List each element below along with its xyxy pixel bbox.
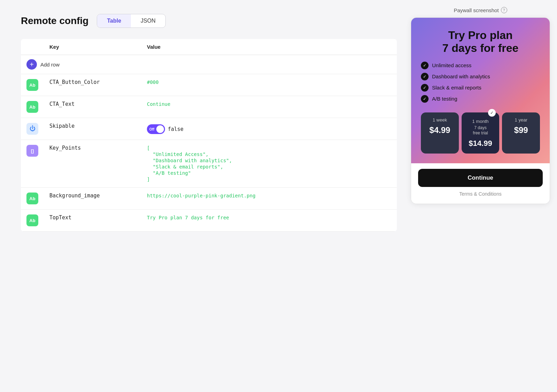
paywall-card: Try Pro plan7 days for free ✓ Unlimited … [411,17,550,204]
tab-group: Table JSON [97,14,165,28]
right-panel: Paywall screenshot ? Try Pro plan7 days … [411,0,557,392]
table-row: Ab Background_image https://cool-purple-… [21,188,397,210]
toggle-knob [156,125,164,133]
tab-json[interactable]: JSON [131,14,165,28]
price-card-month[interactable]: ✓ 1 month 7 daysfree trial $14.99 [462,112,500,154]
row-key: Skipable [49,121,74,129]
feature-text: Unlimited access [432,62,471,68]
price-amount: $99 [514,125,528,135]
type-badge-string: Ab [26,214,38,226]
toggle-pill[interactable]: Off [147,124,165,134]
paywall-label-text: Paywall screenshot [454,7,499,13]
price-card-week[interactable]: 1 week $4.99 [421,112,459,154]
feature-list: ✓ Unlimited access ✓ Dashboard with anal… [421,62,540,103]
type-badge-array: [] [26,145,38,157]
check-icon: ✓ [421,84,429,92]
table-row: Ab CTA_Button_Color #000 [21,74,397,96]
row-key: CTA_Text [49,99,74,107]
power-icon: ⏻ [26,123,38,135]
col-header-key: Key [44,39,141,55]
type-badge-string: Ab [26,193,38,204]
check-icon: ✓ [421,62,429,69]
toggle-value-text: false [168,126,183,132]
row-key: Key_Points [49,143,81,151]
config-table: Key Value + Add row Ab CTA_Button_Color … [21,39,397,232]
list-item: ✓ Dashboard with analytics [421,73,540,80]
toggle-container: Off false [147,123,391,134]
add-icon: + [26,59,37,70]
type-badge-string: Ab [26,101,38,113]
row-key: Background_image [49,190,100,199]
feature-text: Dashboard with analytics [432,73,490,79]
row-value: #000 [147,77,159,85]
left-panel: Remote config Table JSON Key Value + Add… [0,0,411,392]
paywall-label: Paywall screenshot ? [411,7,550,13]
terms-link[interactable]: Terms & Conditions [459,191,501,197]
pricing-cards: 1 week $4.99 ✓ 1 month 7 daysfree trial … [421,112,540,154]
list-item: ✓ A/B testing [421,95,540,103]
paywall-bottom: Continue Terms & Conditions [411,163,550,204]
table-row: Ab TopText Try Pro plan 7 days for free [21,210,397,232]
add-row-label: Add row [40,62,60,68]
table-row: Ab CTA_Text Continue [21,96,397,118]
col-header-icon [21,39,44,55]
table-row: ⏻ Skipable Off false [21,118,397,140]
page-header: Remote config Table JSON [21,14,397,28]
price-trial: 7 daysfree trial [473,125,488,136]
price-period: 1 month [472,119,489,124]
col-header-value: Value [141,39,397,55]
row-value: https://cool-purple-pink-gradient.png [147,191,256,198]
selected-badge: ✓ [488,109,496,117]
type-badge-string: Ab [26,79,38,91]
check-icon: ✓ [421,95,429,103]
continue-button[interactable]: Continue [418,169,543,187]
price-amount: $4.99 [429,125,450,135]
price-amount: $14.99 [469,139,492,148]
row-value: [ "Unlimited Access", "Dashboard with an… [147,143,232,182]
list-item: ✓ Slack & email reports [421,84,540,92]
row-value: Continue [147,99,170,107]
row-value: Try Pro plan 7 days for free [147,213,229,220]
add-row-button[interactable]: + Add row [26,59,60,70]
paywall-title: Try Pro plan7 days for free [421,29,540,55]
feature-text: Slack & email reports [432,85,481,91]
price-period: 1 week [433,117,447,123]
toggle-off-label: Off [149,127,154,131]
add-row-row: + Add row [21,55,397,74]
row-key: TopText [49,212,71,221]
feature-text: A/B testing [432,96,457,102]
price-card-year[interactable]: 1 year $99 [502,112,540,154]
list-item: ✓ Unlimited access [421,62,540,69]
page-title: Remote config [21,15,88,26]
check-icon: ✓ [421,73,429,80]
price-period: 1 year [515,117,527,123]
row-key: CTA_Button_Color [49,77,100,85]
help-icon[interactable]: ? [501,7,507,13]
table-row: [] Key_Points [ "Unlimited Access", "Das… [21,140,397,188]
tab-table[interactable]: Table [97,14,131,28]
paywall-gradient-bg: Try Pro plan7 days for free ✓ Unlimited … [411,18,550,163]
